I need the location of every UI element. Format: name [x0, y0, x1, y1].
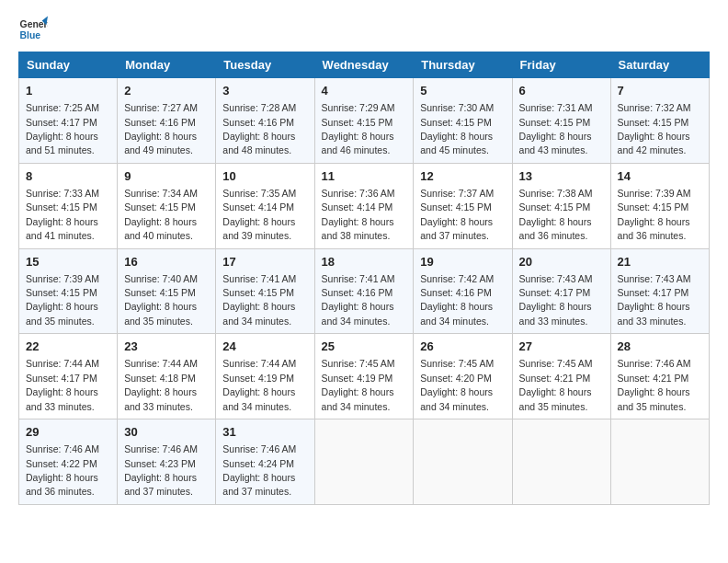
day-detail: Sunrise: 7:34 AMSunset: 4:15 PMDaylight:…: [124, 188, 198, 241]
day-detail: Sunrise: 7:35 AMSunset: 4:14 PMDaylight:…: [222, 188, 296, 241]
calendar-cell: 7Sunrise: 7:32 AMSunset: 4:15 PMDaylight…: [610, 78, 709, 164]
day-number: 30: [124, 424, 209, 441]
day-detail: Sunrise: 7:39 AMSunset: 4:15 PMDaylight:…: [26, 273, 99, 327]
day-number: 11: [322, 168, 407, 185]
day-detail: Sunrise: 7:45 AMSunset: 4:19 PMDaylight:…: [322, 358, 395, 411]
calendar-cell: 17Sunrise: 7:41 AMSunset: 4:15 PMDayligh…: [216, 248, 314, 334]
calendar-cell: 5Sunrise: 7:30 AMSunset: 4:15 PMDaylight…: [414, 78, 512, 164]
calendar-cell: 28Sunrise: 7:46 AMSunset: 4:21 PMDayligh…: [610, 334, 709, 419]
day-detail: Sunrise: 7:32 AMSunset: 4:15 PMDaylight:…: [618, 102, 691, 155]
day-detail: Sunrise: 7:46 AMSunset: 4:23 PMDaylight:…: [124, 443, 198, 497]
day-number: 18: [322, 254, 407, 270]
weekday-header-row: SundayMondayTuesdayWednesdayThursdayFrid…: [19, 52, 710, 78]
day-detail: Sunrise: 7:36 AMSunset: 4:14 PMDaylight:…: [322, 188, 395, 241]
calendar-cell: 13Sunrise: 7:38 AMSunset: 4:15 PMDayligh…: [512, 163, 610, 248]
calendar-cell: [414, 419, 512, 505]
calendar-cell: 23Sunrise: 7:44 AMSunset: 4:18 PMDayligh…: [118, 334, 216, 419]
calendar-cell: 19Sunrise: 7:42 AMSunset: 4:16 PMDayligh…: [414, 248, 512, 334]
day-detail: Sunrise: 7:41 AMSunset: 4:16 PMDaylight:…: [322, 273, 395, 327]
day-detail: Sunrise: 7:38 AMSunset: 4:15 PMDaylight:…: [519, 188, 593, 241]
day-number: 16: [124, 254, 209, 270]
day-number: 20: [519, 254, 604, 270]
weekday-header-saturday: Saturday: [610, 52, 709, 78]
weekday-header-tuesday: Tuesday: [216, 52, 314, 78]
calendar-cell: 3Sunrise: 7:28 AMSunset: 4:16 PMDaylight…: [216, 78, 314, 164]
day-detail: Sunrise: 7:41 AMSunset: 4:15 PMDaylight:…: [222, 273, 296, 327]
day-number: 14: [618, 168, 702, 185]
week-row-1: 1Sunrise: 7:25 AMSunset: 4:17 PMDaylight…: [19, 78, 710, 164]
week-row-3: 15Sunrise: 7:39 AMSunset: 4:15 PMDayligh…: [19, 248, 710, 334]
day-number: 26: [420, 339, 505, 355]
day-number: 29: [26, 424, 110, 441]
day-number: 5: [420, 83, 505, 99]
calendar-cell: 10Sunrise: 7:35 AMSunset: 4:14 PMDayligh…: [216, 163, 314, 248]
day-number: 15: [26, 254, 110, 270]
day-number: 3: [222, 83, 307, 99]
calendar-cell: 21Sunrise: 7:43 AMSunset: 4:17 PMDayligh…: [610, 248, 709, 334]
day-detail: Sunrise: 7:46 AMSunset: 4:24 PMDaylight:…: [222, 443, 296, 497]
day-detail: Sunrise: 7:40 AMSunset: 4:15 PMDaylight:…: [124, 273, 198, 327]
day-number: 1: [26, 83, 110, 99]
calendar-cell: [610, 419, 709, 505]
calendar-cell: 26Sunrise: 7:45 AMSunset: 4:20 PMDayligh…: [414, 334, 512, 419]
calendar-cell: 1Sunrise: 7:25 AMSunset: 4:17 PMDaylight…: [19, 78, 118, 164]
calendar-table: SundayMondayTuesdayWednesdayThursdayFrid…: [18, 52, 710, 505]
calendar-cell: 2Sunrise: 7:27 AMSunset: 4:16 PMDaylight…: [118, 78, 216, 164]
day-detail: Sunrise: 7:31 AMSunset: 4:15 PMDaylight:…: [519, 102, 593, 155]
calendar-cell: 27Sunrise: 7:45 AMSunset: 4:21 PMDayligh…: [512, 334, 610, 419]
day-detail: Sunrise: 7:30 AMSunset: 4:15 PMDaylight:…: [420, 102, 494, 155]
svg-text:Blue: Blue: [20, 30, 41, 40]
calendar-cell: 20Sunrise: 7:43 AMSunset: 4:17 PMDayligh…: [512, 248, 610, 334]
calendar-cell: 25Sunrise: 7:45 AMSunset: 4:19 PMDayligh…: [314, 334, 414, 419]
calendar-cell: 4Sunrise: 7:29 AMSunset: 4:15 PMDaylight…: [314, 78, 414, 164]
week-row-5: 29Sunrise: 7:46 AMSunset: 4:22 PMDayligh…: [19, 419, 710, 505]
day-detail: Sunrise: 7:29 AMSunset: 4:15 PMDaylight:…: [322, 102, 395, 155]
calendar-cell: 29Sunrise: 7:46 AMSunset: 4:22 PMDayligh…: [19, 419, 118, 505]
weekday-header-monday: Monday: [118, 52, 216, 78]
calendar-cell: 18Sunrise: 7:41 AMSunset: 4:16 PMDayligh…: [314, 248, 414, 334]
day-detail: Sunrise: 7:42 AMSunset: 4:16 PMDaylight:…: [420, 273, 494, 327]
logo: General Blue: [18, 15, 48, 44]
day-number: 13: [519, 168, 604, 185]
day-number: 4: [322, 83, 407, 99]
calendar-cell: 24Sunrise: 7:44 AMSunset: 4:19 PMDayligh…: [216, 334, 314, 419]
calendar-cell: 8Sunrise: 7:33 AMSunset: 4:15 PMDaylight…: [19, 163, 118, 248]
weekday-header-thursday: Thursday: [414, 52, 512, 78]
day-detail: Sunrise: 7:27 AMSunset: 4:16 PMDaylight:…: [124, 102, 198, 155]
day-detail: Sunrise: 7:44 AMSunset: 4:19 PMDaylight:…: [222, 358, 296, 411]
day-detail: Sunrise: 7:46 AMSunset: 4:22 PMDaylight:…: [26, 443, 99, 497]
week-row-2: 8Sunrise: 7:33 AMSunset: 4:15 PMDaylight…: [19, 163, 710, 248]
day-number: 31: [222, 424, 307, 441]
day-detail: Sunrise: 7:37 AMSunset: 4:15 PMDaylight:…: [420, 188, 494, 241]
weekday-header-friday: Friday: [512, 52, 610, 78]
calendar-cell: 9Sunrise: 7:34 AMSunset: 4:15 PMDaylight…: [118, 163, 216, 248]
day-number: 28: [618, 339, 702, 355]
day-detail: Sunrise: 7:45 AMSunset: 4:21 PMDaylight:…: [519, 358, 593, 411]
logo-icon: General Blue: [18, 15, 48, 44]
day-detail: Sunrise: 7:46 AMSunset: 4:21 PMDaylight:…: [618, 358, 691, 411]
day-detail: Sunrise: 7:43 AMSunset: 4:17 PMDaylight:…: [519, 273, 593, 327]
day-number: 10: [222, 168, 307, 185]
day-detail: Sunrise: 7:39 AMSunset: 4:15 PMDaylight:…: [618, 188, 691, 241]
calendar-cell: 16Sunrise: 7:40 AMSunset: 4:15 PMDayligh…: [118, 248, 216, 334]
calendar-cell: 12Sunrise: 7:37 AMSunset: 4:15 PMDayligh…: [414, 163, 512, 248]
week-row-4: 22Sunrise: 7:44 AMSunset: 4:17 PMDayligh…: [19, 334, 710, 419]
calendar-cell: [314, 419, 414, 505]
day-number: 7: [618, 83, 702, 99]
calendar-cell: 31Sunrise: 7:46 AMSunset: 4:24 PMDayligh…: [216, 419, 314, 505]
calendar-cell: 22Sunrise: 7:44 AMSunset: 4:17 PMDayligh…: [19, 334, 118, 419]
day-detail: Sunrise: 7:43 AMSunset: 4:17 PMDaylight:…: [618, 273, 691, 327]
day-number: 2: [124, 83, 209, 99]
calendar-cell: 11Sunrise: 7:36 AMSunset: 4:14 PMDayligh…: [314, 163, 414, 248]
calendar-cell: 14Sunrise: 7:39 AMSunset: 4:15 PMDayligh…: [610, 163, 709, 248]
day-number: 23: [124, 339, 209, 355]
calendar-cell: 15Sunrise: 7:39 AMSunset: 4:15 PMDayligh…: [19, 248, 118, 334]
weekday-header-sunday: Sunday: [19, 52, 118, 78]
day-number: 19: [420, 254, 505, 270]
day-number: 9: [124, 168, 209, 185]
header: General Blue: [18, 15, 710, 44]
day-detail: Sunrise: 7:33 AMSunset: 4:15 PMDaylight:…: [26, 188, 99, 241]
day-number: 22: [26, 339, 110, 355]
day-number: 6: [519, 83, 604, 99]
day-detail: Sunrise: 7:28 AMSunset: 4:16 PMDaylight:…: [222, 102, 296, 155]
